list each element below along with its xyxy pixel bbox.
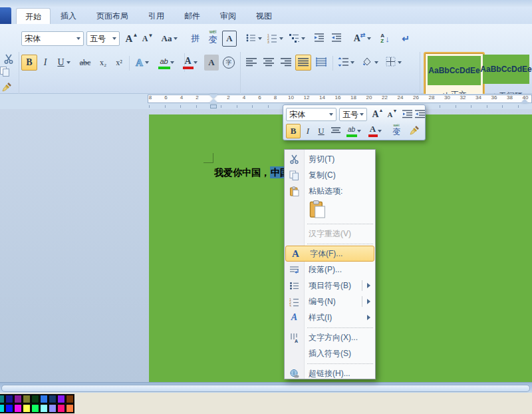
align-center-button[interactable] [261,55,277,71]
menu-item-hyperlink[interactable]: 超链接(H)... [285,365,375,381]
chevron-down-icon[interactable] [329,113,333,116]
menu-item-font[interactable]: A字体(F)... [285,246,374,262]
mini-underline-button[interactable]: U [315,124,327,138]
color-swatch[interactable] [23,395,31,403]
menu-item-insert-symbol[interactable]: 插入符号(S) [285,345,375,361]
color-swatch[interactable] [49,395,57,403]
enclose-characters-button[interactable]: 字 [221,55,237,71]
hanging-indent-marker[interactable] [209,99,217,103]
color-swatch[interactable] [5,395,13,403]
chevron-down-icon[interactable] [76,37,80,40]
tab-insert[interactable]: 插入 [52,8,85,24]
mini-italic-button[interactable]: I [302,124,314,138]
bold-button[interactable]: B [21,55,37,71]
left-indent-marker[interactable] [210,104,217,108]
color-swatch[interactable] [0,404,5,413]
color-swatch[interactable] [49,404,57,413]
asian-layout-button[interactable]: A ⇄ [351,31,374,47]
borders-button[interactable] [383,55,404,71]
menu-item-cut[interactable]: 剪切(T) [285,151,375,167]
mini-increase-indent-button[interactable] [414,106,426,122]
show-hide-marks-button[interactable]: ↵ [398,31,414,47]
mini-highlight-button[interactable]: ab [344,124,364,138]
tab-view[interactable]: 视图 [247,8,281,24]
color-swatch[interactable] [5,404,13,413]
copy-button[interactable] [0,65,12,79]
menu-item-numbering[interactable]: 123编号(N) [285,294,375,310]
tab-references[interactable]: 引用 [140,8,173,24]
menu-item-copy[interactable]: 复制(C) [285,167,375,183]
right-indent-marker[interactable] [521,99,528,103]
file-tab[interactable] [0,7,11,24]
align-right-button[interactable] [278,55,294,71]
mini-phonetic-button[interactable]: wéi 变 [388,124,404,138]
mini-grow-font-button[interactable]: A▲ [370,106,386,122]
mini-font-color-button[interactable]: A [366,124,386,138]
document-text-line[interactable]: 我爱你中国，中国 [214,167,291,179]
menu-item-paragraph[interactable]: 段落(P)... [285,262,375,278]
color-swatch[interactable] [57,395,65,403]
tab-home[interactable]: 开始 [16,8,51,25]
tab-review[interactable]: 审阅 [211,8,245,24]
color-swatch[interactable] [66,395,74,403]
chevron-down-icon[interactable] [360,113,364,116]
shading-button[interactable] [359,55,380,71]
character-border-button[interactable]: A [222,31,237,47]
font-name-combo[interactable]: 宋体 [21,31,84,46]
color-swatch[interactable] [0,395,5,403]
mini-font-size-combo[interactable]: 五号 [339,108,367,121]
underline-button[interactable]: U [53,55,74,71]
line-spacing-button[interactable] [335,55,356,71]
text-effects-button[interactable]: A [132,55,153,71]
italic-button[interactable]: I [39,55,52,71]
change-case-button[interactable]: Aa [158,31,181,47]
chevron-down-icon[interactable] [112,37,116,40]
submenu-arrow-icon[interactable] [367,315,370,320]
menu-item-paste-options[interactable]: 粘贴选项: [285,183,375,199]
increase-indent-button[interactable] [329,31,344,47]
strikethrough-button[interactable]: abc [76,55,94,71]
tab-page-layout[interactable]: 页面布局 [88,8,137,24]
color-swatch[interactable] [57,404,65,413]
mini-font-name-combo[interactable]: 宋体 [286,108,336,121]
phonetic-guide-button[interactable]: 拼 [188,31,203,47]
tab-mailings[interactable]: 邮件 [176,8,209,24]
color-swatch[interactable] [31,395,39,403]
text-highlight-button[interactable]: ab [156,55,178,71]
sort-button[interactable]: AZ ↓ [376,31,394,47]
paste-clipboard-icon[interactable] [309,199,326,222]
horizontal-scrollbar[interactable] [0,382,532,393]
menu-item-text-direction[interactable]: A文字方向(X)... [285,329,375,345]
font-size-combo[interactable]: 五号 [86,31,120,46]
distribute-button[interactable] [313,55,330,71]
submenu-arrow-icon[interactable] [367,299,370,304]
cut-button[interactable] [1,53,16,67]
numbering-button[interactable]: 123 [265,31,285,47]
decrease-indent-button[interactable] [311,31,327,47]
grow-font-button[interactable]: A▲ [124,31,140,47]
font-color-button[interactable]: A [180,55,202,71]
mini-decrease-indent-button[interactable] [401,106,413,122]
color-swatch[interactable] [66,404,74,413]
color-swatch[interactable] [31,404,39,413]
align-left-button[interactable] [243,55,259,71]
submenu-arrow-icon[interactable] [367,283,370,288]
character-shading-button[interactable]: A [204,55,219,71]
menu-item-styles[interactable]: A样式(I) [285,310,375,325]
color-swatch[interactable] [23,404,31,413]
menu-item-bullets[interactable]: 项目符号(B) [285,278,375,294]
color-swatch[interactable] [14,404,22,413]
mini-shrink-font-button[interactable]: A▼ [386,106,399,122]
superscript-button[interactable]: x² [112,55,126,71]
bullets-button[interactable] [243,31,263,47]
mini-bold-button[interactable]: B [286,124,301,138]
color-swatch[interactable] [40,404,48,413]
color-swatch[interactable] [40,395,48,403]
mini-format-painter-button[interactable] [406,124,422,138]
character-scaling-button[interactable]: wéi 变 [205,31,221,47]
multilevel-list-button[interactable] [286,31,307,47]
menu-item-paste-keep-source[interactable] [285,199,375,222]
shrink-font-button[interactable]: A▼ [140,31,155,47]
scrollbar-thumb[interactable] [1,385,530,392]
subscript-button[interactable]: x₂ [96,55,110,71]
